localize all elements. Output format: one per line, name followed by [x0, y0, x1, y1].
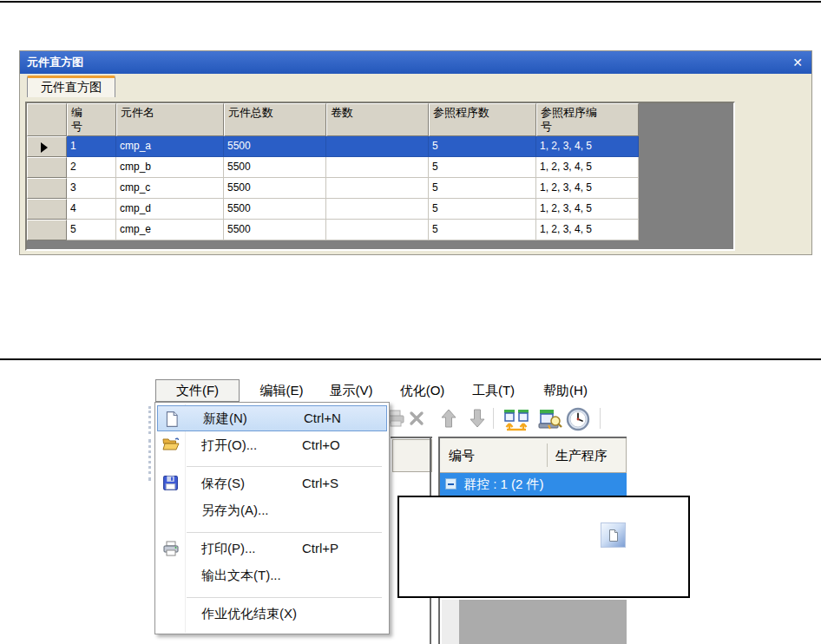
- menu-item-label: 保存(S): [201, 470, 245, 496]
- cell-ref-ids: 1, 2, 3, 4, 5: [536, 136, 639, 157]
- move-up-icon[interactable]: [439, 408, 458, 432]
- table-row[interactable]: 1 cmp_a 5500 5 1, 2, 3, 4, 5: [27, 136, 733, 157]
- menu-item-shortcut: Ctrl+P: [302, 536, 338, 562]
- column-header-ref-ids[interactable]: 参照程序编号: [536, 103, 639, 136]
- move-down-icon[interactable]: [468, 408, 487, 432]
- cell-id: 3: [67, 178, 116, 199]
- cell-ref-count: 5: [429, 220, 536, 240]
- clock-icon[interactable]: [566, 407, 590, 435]
- divider-top: [0, 1, 821, 3]
- menubar-item-file[interactable]: 文件(F): [155, 379, 240, 402]
- cell-ref-count: 5: [429, 199, 536, 220]
- cell-rolls: [326, 220, 429, 240]
- collapse-minus-icon[interactable]: [445, 478, 456, 490]
- tree-item-group-control[interactable]: 群控 : 1 (2 件): [440, 473, 627, 496]
- menu-item-shortcut: Ctrl+S: [302, 470, 338, 496]
- column-header-number[interactable]: 编号: [449, 438, 475, 472]
- right-panel-header: 编号 生产程序: [440, 438, 627, 473]
- menu-item-label: 新建(N): [203, 406, 247, 430]
- cell-id: 2: [67, 157, 116, 178]
- menu-item-label: 输出文本(T)...: [201, 562, 281, 588]
- panel-grip[interactable]: [148, 439, 151, 481]
- panel-margin-strip: [442, 600, 459, 644]
- cell-rolls: [326, 178, 429, 199]
- menu-item-label: 打印(P)...: [201, 536, 256, 562]
- tab-label: 元件直方图: [41, 80, 102, 94]
- menu-item-label: 打开(O)...: [201, 432, 257, 458]
- left-panel-header-cell: [392, 439, 432, 472]
- column-header-rolls[interactable]: 卷数: [326, 103, 429, 136]
- menu-item-shortcut: Ctrl+O: [302, 432, 340, 458]
- cell-total: 5500: [224, 157, 326, 178]
- column-header-ref-count[interactable]: 参照程序数: [429, 103, 536, 136]
- menubar-item-optimize[interactable]: 优化(O): [391, 379, 454, 402]
- menubar-item-tools[interactable]: 工具(T): [462, 379, 525, 402]
- column-header-id[interactable]: 编号: [67, 103, 116, 136]
- row-selector-cell: [27, 136, 67, 157]
- cell-ref-count: 5: [429, 136, 536, 157]
- component-data-grid: 编号 元件名 元件总数 卷数 参照程序数 参照程序编号 1 cmp_a 5500…: [25, 102, 735, 251]
- row-selector-cell: [27, 220, 67, 240]
- close-icon[interactable]: ✕: [792, 51, 803, 74]
- column-header-selector[interactable]: [27, 103, 67, 136]
- menubar-item-help[interactable]: 帮助(H): [534, 379, 597, 402]
- menu-separator: [187, 597, 382, 598]
- cell-name: cmp_d: [116, 199, 224, 220]
- toolbar-grip[interactable]: [148, 406, 151, 434]
- open-folder-icon: [162, 437, 180, 454]
- window-title: 元件直方图: [27, 55, 83, 70]
- cell-ref-ids: 1, 2, 3, 4, 5: [536, 199, 639, 220]
- component-histogram-window: 元件直方图 ✕ 元件直方图 编号 元件名 元件总数 卷数 参照程序数 参照程序编…: [19, 50, 812, 255]
- row-selector-cell: [27, 178, 67, 199]
- screenshot-page: 元件直方图 ✕ 元件直方图 编号 元件名 元件总数 卷数 参照程序数 参照程序编…: [0, 0, 821, 644]
- delete-icon[interactable]: [408, 410, 425, 430]
- cell-ref-count: 5: [429, 157, 536, 178]
- divider-middle: [0, 358, 821, 360]
- cell-rolls: [326, 136, 429, 157]
- menu-item-print[interactable]: 打印(P)... Ctrl+P: [156, 536, 388, 562]
- save-icon: [162, 475, 180, 492]
- header-separator: [547, 444, 548, 467]
- cell-name: cmp_c: [116, 178, 224, 199]
- menu-item-open[interactable]: 打开(O)... Ctrl+O: [156, 432, 388, 458]
- menu-item-label: 作业优化结束(X): [201, 601, 297, 627]
- machine-group-icon[interactable]: [502, 405, 531, 438]
- cell-ref-ids: 1, 2, 3, 4, 5: [536, 178, 639, 199]
- menu-item-export-text[interactable]: 输出文本(T)...: [156, 562, 388, 588]
- cell-name: cmp_b: [116, 157, 224, 178]
- table-row[interactable]: 4 cmp_d 5500 5 1, 2, 3, 4, 5: [27, 199, 733, 220]
- tab-component-histogram[interactable]: 元件直方图: [27, 76, 115, 97]
- print-icon: [162, 540, 180, 557]
- column-header-total[interactable]: 元件总数: [224, 103, 326, 136]
- grid-header-row: 编号 元件名 元件总数 卷数 参照程序数 参照程序编号: [27, 103, 733, 136]
- machine-optimize-icon[interactable]: [536, 406, 564, 437]
- table-row[interactable]: 5 cmp_e 5500 5 1, 2, 3, 4, 5: [27, 220, 733, 240]
- cell-total: 5500: [224, 136, 326, 157]
- cell-ref-count: 5: [429, 178, 536, 199]
- current-row-arrow: [41, 142, 48, 153]
- menu-item-end-optimization[interactable]: 作业优化结束(X): [156, 601, 388, 627]
- new-document-icon: [601, 522, 626, 548]
- cell-ref-ids: 1, 2, 3, 4, 5: [536, 157, 639, 178]
- menubar-item-view[interactable]: 显示(V): [319, 379, 383, 402]
- cell-rolls: [326, 157, 429, 178]
- menu-item-save[interactable]: 保存(S) Ctrl+S: [156, 470, 388, 496]
- table-row[interactable]: 2 cmp_b 5500 5 1, 2, 3, 4, 5: [27, 157, 733, 178]
- menu-item-new[interactable]: 新建(N) Ctrl+N: [157, 405, 387, 431]
- menu-item-shortcut: Ctrl+N: [304, 406, 341, 430]
- table-row[interactable]: 3 cmp_c 5500 5 1, 2, 3, 4, 5: [27, 178, 733, 199]
- workspace-area: [459, 600, 627, 644]
- toolbar-separator: [493, 408, 494, 429]
- cell-total: 5500: [224, 178, 326, 199]
- cell-total: 5500: [224, 220, 326, 240]
- menubar-item-edit[interactable]: 编辑(E): [250, 379, 313, 402]
- column-header-program[interactable]: 生产程序: [555, 438, 608, 472]
- new-document-icon: [164, 411, 181, 428]
- column-header-name[interactable]: 元件名: [116, 103, 224, 136]
- cell-id: 1: [67, 136, 116, 157]
- menu-separator: [187, 466, 382, 467]
- menu-item-save-as[interactable]: 另存为(A)...: [156, 497, 388, 523]
- cell-name: cmp_a: [116, 136, 224, 157]
- toolbar-separator: [600, 408, 601, 429]
- callout-box: [397, 496, 690, 598]
